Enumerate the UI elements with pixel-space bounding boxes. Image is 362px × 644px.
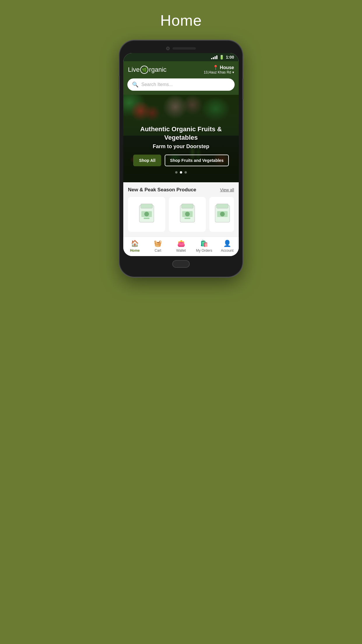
signal-bar-1 [211, 58, 212, 59]
carousel-dots [123, 171, 239, 174]
svg-rect-9 [184, 218, 190, 219]
svg-rect-11 [217, 204, 228, 208]
phone-screen: 🔋 1:00 Live 🌿 rganic 📍 House 13,Hauz Kha… [123, 53, 239, 256]
svg-point-3 [144, 212, 149, 216]
section-header: New & Peak Season Produce View all [128, 187, 234, 193]
svg-point-13 [220, 212, 225, 216]
hero-headline: Authentic Organic Fruits & Vegetables [129, 125, 233, 142]
hero-buttons: Shop All Shop Fruits and Vegetables [123, 155, 239, 166]
hero-text-block: Authentic Organic Fruits & Vegetables Fa… [129, 125, 233, 150]
svg-rect-4 [144, 218, 150, 219]
phone-frame: 🔋 1:00 Live 🌿 rganic 📍 House 13,Hauz Kha… [120, 41, 242, 276]
home-icon: 🏠 [131, 240, 139, 247]
hero-subline: Farm to your Doorstep [129, 144, 233, 150]
battery-icon: 🔋 [219, 55, 224, 60]
logo-text-live: Live [128, 66, 140, 74]
nav-account[interactable]: 👤 Account [216, 240, 239, 253]
front-camera [166, 47, 170, 50]
logo-leaf-icon: 🌿 [140, 66, 148, 74]
search-placeholder[interactable]: Search Items... [141, 82, 173, 87]
product-image-2 [177, 202, 198, 225]
location-name: House [220, 65, 234, 70]
svg-rect-6 [182, 204, 193, 208]
product-image-3 [212, 202, 233, 225]
product-package-svg-1 [138, 202, 155, 224]
svg-rect-1 [141, 204, 152, 208]
logo-text-rganic: rganic [149, 66, 166, 74]
product-card-1[interactable] [128, 197, 165, 232]
location-address: 13,Hauz Khas Rd ▾ [204, 70, 234, 74]
product-card-3-partial[interactable] [209, 197, 234, 232]
earpiece-speaker [173, 47, 196, 50]
product-image-1 [136, 202, 157, 225]
cart-icon: 🧺 [154, 240, 162, 247]
app-logo: Live 🌿 rganic [128, 66, 166, 74]
phone-bottom [123, 260, 239, 268]
dot-1 [175, 171, 178, 174]
nav-wallet-label: Wallet [176, 249, 186, 253]
nav-account-label: Account [221, 249, 233, 253]
nav-home[interactable]: 🏠 Home [123, 240, 146, 253]
signal-bars [211, 55, 217, 59]
wallet-icon: 👛 [177, 240, 185, 247]
signal-bar-4 [216, 55, 217, 59]
chevron-down-icon: ▾ [232, 70, 234, 74]
dot-2 [180, 171, 182, 174]
shop-all-button[interactable]: Shop All [133, 155, 161, 166]
nav-wallet[interactable]: 👛 Wallet [169, 240, 192, 253]
nav-orders[interactable]: 🛍️ My Orders [193, 240, 216, 253]
location-address-text: 13,Hauz Khas Rd [204, 70, 231, 74]
product-package-svg-2 [179, 202, 196, 224]
nav-orders-label: My Orders [196, 249, 212, 253]
status-time: 1:00 [226, 55, 234, 60]
nav-cart-label: Cart [154, 249, 161, 253]
orders-icon: 🛍️ [200, 240, 208, 247]
phone-top-hardware [123, 47, 239, 50]
product-package-svg-3 [214, 202, 231, 224]
products-row [128, 197, 234, 232]
view-all-link[interactable]: View all [220, 188, 234, 192]
product-card-2[interactable] [169, 197, 206, 232]
svg-point-8 [185, 212, 190, 216]
location-label: 📍 House [204, 65, 234, 70]
home-hardware-button [172, 260, 190, 268]
location-pin-icon: 📍 [213, 65, 219, 70]
shop-fruits-button[interactable]: Shop Fruits and Vegetables [165, 155, 229, 166]
account-icon: 👤 [223, 240, 231, 247]
power-button [242, 79, 243, 99]
page-title: Home [160, 12, 202, 29]
signal-bar-2 [213, 57, 214, 59]
hero-banner: Authentic Organic Fruits & Vegetables Fa… [123, 95, 239, 182]
location-block[interactable]: 📍 House 13,Hauz Khas Rd ▾ [204, 65, 234, 74]
nav-home-label: Home [130, 249, 140, 253]
bottom-nav: 🏠 Home 🧺 Cart 👛 Wallet 🛍️ My Orders 👤 Ac… [123, 237, 239, 256]
search-icon: 🔍 [132, 81, 138, 88]
app-header: Live 🌿 rganic 📍 House 13,Hauz Khas Rd ▾ [123, 61, 239, 78]
search-bar-wrapper: 🔍 Search Items... [123, 78, 239, 95]
nav-cart[interactable]: 🧺 Cart [146, 240, 169, 253]
status-bar: 🔋 1:00 [123, 53, 239, 61]
signal-bar-3 [215, 56, 216, 59]
volume-button [119, 76, 120, 90]
products-section: New & Peak Season Produce View all [123, 182, 239, 237]
search-bar[interactable]: 🔍 Search Items... [127, 78, 235, 91]
section-title: New & Peak Season Produce [128, 187, 196, 193]
dot-3 [184, 171, 187, 174]
